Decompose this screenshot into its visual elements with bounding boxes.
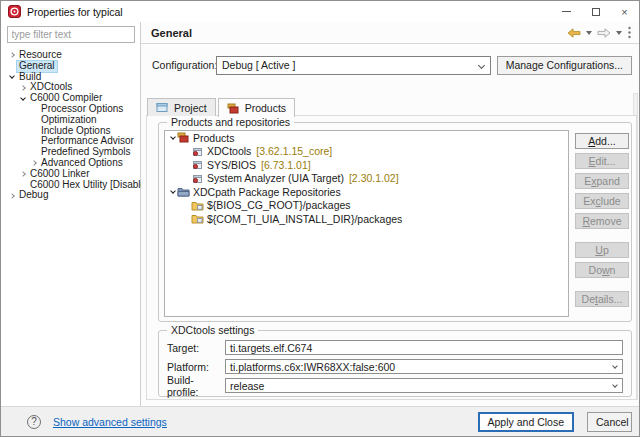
build-profile-select[interactable]: release — [225, 378, 623, 393]
product-tree-item-system-analyzer-uia-target[interactable]: System Analyzer (UIA Target)[2.30.1.02] — [165, 172, 568, 186]
product-label: SYS/BIOS — [205, 159, 256, 171]
chevron-down-icon[interactable] — [168, 191, 177, 193]
manage-configurations-button[interactable]: Manage Configurations... — [497, 56, 632, 75]
details-button[interactable]: Details... — [575, 291, 629, 307]
add-button[interactable]: Add... — [575, 133, 629, 149]
products-group: Products and repositories ProductsXDCtoo… — [158, 122, 632, 322]
back-menu-icon[interactable] — [585, 30, 593, 36]
build-profile-row: Build-profile:release — [167, 378, 623, 393]
field-value: ti.platforms.c6x:IWR68XX:false:600 — [230, 361, 395, 373]
field-value: release — [230, 380, 264, 392]
help-icon[interactable]: ? — [27, 415, 41, 429]
sidebar-item-label: Optimization — [39, 115, 99, 126]
up-button[interactable]: Up — [575, 242, 629, 258]
xdctools-settings-title: XDCtools settings — [167, 324, 258, 336]
left-nav: ResourceGeneralBuildXDCtoolsC6000 Compil… — [1, 22, 141, 406]
configuration-select[interactable]: Debug [ Active ] — [216, 56, 491, 75]
products-tree: ProductsXDCtools[3.62.1.15_core]SYS/BIOS… — [164, 130, 569, 317]
tab-bar: ProjectProducts — [147, 98, 297, 116]
view-menu-icon[interactable] — [626, 25, 633, 40]
show-advanced-settings-link[interactable]: Show advanced settings — [53, 416, 167, 428]
product-version: [3.62.1.15_core] — [251, 145, 332, 157]
sidebar-item-c6000-linker[interactable]: C6000 Linker — [1, 169, 140, 180]
product-tree-item-sys-bios[interactable]: SYS/BIOS[6.73.1.01] — [165, 158, 568, 172]
chevron-right-icon[interactable] — [6, 53, 17, 57]
sidebar-item-label: Debug — [17, 190, 50, 201]
page-title: General — [151, 27, 192, 39]
field-value: ti.targets.elf.C674 — [230, 342, 312, 354]
section-header: General — [141, 22, 639, 44]
forward-menu-icon[interactable] — [615, 30, 623, 36]
tab-products[interactable]: Products — [218, 98, 295, 117]
filter-input[interactable] — [7, 26, 135, 43]
chevron-down-icon[interactable] — [168, 137, 177, 139]
folder-package-icon — [191, 213, 205, 224]
package-icon — [191, 146, 205, 157]
exclude-button[interactable]: Exclude — [575, 193, 629, 209]
sidebar-item-label: C6000 Linker — [28, 169, 91, 180]
build-profile-label: Build-profile: — [167, 374, 225, 398]
title-bar: Properties for typical × — [1, 1, 639, 22]
sidebar-tree: ResourceGeneralBuildXDCtoolsC6000 Compil… — [1, 50, 140, 201]
down-button[interactable]: Down — [575, 262, 629, 278]
product-tree-item-products[interactable]: Products — [165, 131, 568, 145]
product-tree-item-xdctools[interactable]: XDCtools[3.62.1.15_core] — [165, 145, 568, 159]
product-label: ${COM_TI_UIA_INSTALL_DIR}/packages — [205, 213, 402, 225]
remove-button[interactable]: Remove — [575, 213, 629, 229]
target-input[interactable]: ti.targets.elf.C674 — [225, 340, 623, 355]
platform-row: Platform:ti.platforms.c6x:IWR68XX:false:… — [167, 359, 623, 374]
product-tree-item-xdcpath-package-repositories[interactable]: XDCpath Package Repositories — [165, 185, 568, 199]
products-tab-panel: Products and repositories ProductsXDCtoo… — [146, 115, 637, 400]
footer-bar: ? Show advanced settings Apply and Close… — [1, 406, 639, 436]
settings-fields: Target:ti.targets.elf.C674Platform:ti.pl… — [159, 340, 631, 393]
product-label: ${BIOS_CG_ROOT}/packages — [205, 199, 351, 211]
chevron-down-icon[interactable] — [17, 98, 28, 100]
cancel-button[interactable]: Cancel — [587, 412, 632, 432]
project-icon — [156, 102, 170, 113]
tab-label: Products — [245, 102, 286, 114]
product-version: [2.30.1.02] — [344, 172, 399, 184]
product-tree-item-bios-cg-root-packages[interactable]: ${BIOS_CG_ROOT}/packages — [165, 199, 568, 213]
expand-button[interactable]: Expand — [575, 173, 629, 189]
chevron-down-icon[interactable] — [6, 76, 17, 78]
configuration-value: Debug [ Active ] — [222, 59, 296, 71]
chevron-down-icon — [478, 61, 485, 68]
edit-button[interactable]: Edit... — [575, 153, 629, 169]
minimize-icon[interactable] — [552, 1, 581, 22]
target-label: Target: — [167, 342, 225, 354]
chevron-right-icon[interactable] — [17, 172, 28, 176]
maximize-icon[interactable] — [581, 1, 610, 22]
target-row: Target:ti.targets.elf.C674 — [167, 340, 623, 355]
sidebar-item-general[interactable]: General — [1, 61, 140, 72]
product-label: System Analyzer (UIA Target) — [205, 172, 344, 184]
configuration-row: Configuration: Debug [ Active ] Manage C… — [141, 54, 639, 76]
product-tree-item-com-ti-uia-install-dir-packages[interactable]: ${COM_TI_UIA_INSTALL_DIR}/packages — [165, 212, 568, 226]
folder-package-icon — [191, 200, 205, 211]
package-icon — [191, 159, 205, 170]
sidebar-item-optimization[interactable]: Optimization — [1, 115, 140, 126]
product-label: XDCpath Package Repositories — [191, 186, 341, 198]
platform-select[interactable]: ti.platforms.c6x:IWR68XX:false:600 — [225, 359, 623, 374]
products-buttons: Add...Edit...ExpandExcludeRemoveUpDownDe… — [575, 133, 629, 307]
back-icon[interactable] — [566, 27, 582, 39]
xdctools-settings-group: XDCtools settings Target:ti.targets.elf.… — [158, 330, 632, 397]
tab-project[interactable]: Project — [147, 98, 216, 116]
tab-label: Project — [174, 102, 207, 114]
repo-root-icon — [177, 186, 191, 197]
window-title: Properties for typical — [27, 6, 123, 18]
platform-label: Platform: — [167, 361, 225, 373]
properties-dialog: Properties for typical × ResourceGeneral… — [0, 0, 640, 437]
product-label: Products — [191, 132, 234, 144]
close-icon[interactable]: × — [610, 1, 639, 22]
apply-and-close-button[interactable]: Apply and Close — [478, 412, 574, 432]
products-icon — [227, 103, 241, 114]
products-group-title: Products and repositories — [167, 116, 294, 128]
content-panel: General Configuration: — [141, 22, 639, 406]
chevron-right-icon[interactable] — [17, 86, 28, 90]
forward-icon[interactable] — [596, 27, 612, 39]
sidebar-item-label: General — [17, 61, 57, 72]
chevron-right-icon[interactable] — [28, 161, 39, 165]
products-root-icon — [177, 132, 191, 143]
chevron-right-icon[interactable] — [6, 194, 17, 198]
sidebar-item-debug[interactable]: Debug — [1, 190, 140, 201]
